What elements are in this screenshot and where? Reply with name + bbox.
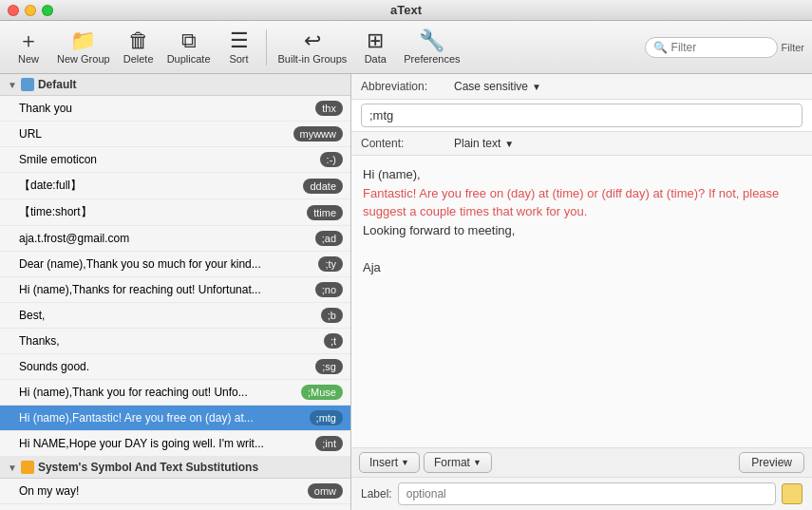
color-swatch[interactable] <box>782 483 803 504</box>
insert-label: Insert <box>369 456 398 469</box>
new-group-label: New Group <box>57 53 110 65</box>
list-item[interactable]: Sounds good. ;sg <box>0 354 350 380</box>
case-sensitive-selector[interactable]: Case sensitive ▼ <box>454 80 541 93</box>
chevron-down-icon: ▼ <box>504 139 514 149</box>
list-item[interactable]: Dear (name),Thank you so much for your k… <box>0 252 350 277</box>
plain-text-selector[interactable]: Plain text ▼ <box>454 137 514 150</box>
content-line4: Aja <box>363 258 801 277</box>
sort-label: Sort <box>229 53 248 65</box>
format-label: Format <box>434 456 470 469</box>
built-in-groups-label: Built-in Groups <box>278 53 348 65</box>
window-title: aText <box>390 3 422 17</box>
content-highlight: Fantastic! Are you free on (day) at (tim… <box>363 186 779 219</box>
detail-pane: Abbreviation: Case sensitive ▼ Content: … <box>351 74 812 510</box>
minimize-button[interactable] <box>25 5 36 16</box>
duplicate-label: Duplicate <box>167 53 211 65</box>
search-box: 🔍 <box>645 37 778 58</box>
content-line2: Fantastic! Are you free on (day) at (tim… <box>363 184 801 221</box>
insert-button[interactable]: Insert ▼ <box>359 452 420 473</box>
triangle-icon: ▼ <box>8 80 17 90</box>
trash-icon: 🗑 <box>128 30 149 51</box>
bottom-toolbar: Insert ▼ Format ▼ Preview <box>351 447 812 477</box>
list-item[interactable]: 【time:short】 ttime <box>0 199 350 226</box>
list-item[interactable]: Thank you thx <box>0 96 350 122</box>
list-item[interactable]: Hi NAME,Hope your DAY is going well. I'm… <box>0 431 350 457</box>
wrench-icon: 🔧 <box>419 30 444 51</box>
list-item[interactable]: Hi (name),Thank you for reaching out! Un… <box>0 380 350 406</box>
label-label: Label: <box>361 487 392 501</box>
content-label: Content: <box>361 137 446 150</box>
preview-label: Preview <box>751 456 792 469</box>
abbreviation-input[interactable] <box>361 104 803 127</box>
filter-input[interactable] <box>671 41 769 54</box>
preferences-label: Preferences <box>404 53 460 65</box>
data-button[interactable]: ⊞ Data <box>354 24 396 71</box>
group-name-system: System's Symbol And Text Substitutions <box>38 461 258 474</box>
new-group-button[interactable]: 📁 New Group <box>51 24 116 71</box>
list-item[interactable]: Smile emoticon :-) <box>0 147 350 173</box>
case-sensitive-value: Case sensitive <box>454 80 528 93</box>
toolbar: ＋ New 📁 New Group 🗑 Delete ⧉ Duplicate ☰… <box>0 21 812 74</box>
triangle-icon: ▼ <box>8 463 17 473</box>
window-controls <box>8 5 53 16</box>
preferences-button[interactable]: 🔧 Preferences <box>398 24 465 71</box>
group-color-icon-system <box>21 461 34 474</box>
preview-button[interactable]: Preview <box>739 452 804 473</box>
content-line1: Hi (name), <box>363 165 801 184</box>
filter-label: Filter <box>782 42 804 53</box>
data-label: Data <box>365 53 387 65</box>
list-item[interactable]: URL mywww <box>0 122 350 147</box>
built-in-groups-button[interactable]: ↩ Built-in Groups <box>273 24 353 71</box>
list-item[interactable]: Thanks, ;t <box>0 329 350 354</box>
new-label: New <box>18 53 39 65</box>
delete-label: Delete <box>123 53 154 65</box>
format-button[interactable]: Format ▼ <box>424 452 492 473</box>
content-header: Content: Plain text ▼ <box>351 132 812 156</box>
plus-icon: ＋ <box>18 30 39 51</box>
separator-1 <box>266 29 267 66</box>
content-text-area[interactable]: Hi (name), Fantastic! Are you free on (d… <box>351 156 812 447</box>
abbreviation-row: Abbreviation: Case sensitive ▼ <box>351 74 812 100</box>
toolbar-right: 🔍 Filter <box>645 37 804 58</box>
duplicate-icon: ⧉ <box>181 30 197 51</box>
abbreviation-input-row <box>351 100 812 132</box>
main-area: ▼ Default Thank you thx URL mywww Smile … <box>0 74 812 510</box>
abbreviation-label: Abbreviation: <box>361 80 446 93</box>
sort-button[interactable]: ☰ Sort <box>218 24 260 71</box>
list-item[interactable]: aja.t.frost@gmail.com ;ad <box>0 226 350 252</box>
new-button[interactable]: ＋ New <box>8 24 49 71</box>
list-item-selected[interactable]: Hi (name),Fantastic! Are you free on (da… <box>0 406 350 431</box>
list-item[interactable]: Hi (name),Thanks for reaching out! Unfor… <box>0 277 350 303</box>
group-header-default[interactable]: ▼ Default <box>0 74 350 96</box>
maximize-button[interactable] <box>42 5 53 16</box>
search-icon: 🔍 <box>653 41 668 54</box>
sidebar: ▼ Default Thank you thx URL mywww Smile … <box>0 74 351 510</box>
plain-text-value: Plain text <box>454 137 500 150</box>
chevron-down-icon: ▼ <box>401 458 409 467</box>
label-input[interactable] <box>398 482 776 505</box>
list-item[interactable]: 【date:full】 ddate <box>0 173 350 199</box>
group-color-icon <box>21 78 34 91</box>
close-button[interactable] <box>8 5 19 16</box>
data-icon: ⊞ <box>367 30 384 51</box>
folder-plus-icon: 📁 <box>70 30 96 51</box>
group-header-system[interactable]: ▼ System's Symbol And Text Substitutions <box>0 457 350 479</box>
title-bar: aText <box>0 0 812 21</box>
list-item[interactable]: On my way! omw <box>0 479 350 504</box>
list-item[interactable]: Best, ;b <box>0 303 350 329</box>
chevron-down-icon: ▼ <box>532 82 541 92</box>
chevron-down-icon: ▼ <box>473 458 482 467</box>
built-in-groups-icon: ↩ <box>304 30 321 51</box>
group-name-default: Default <box>38 78 77 91</box>
sort-icon: ☰ <box>230 30 249 51</box>
label-row: Label: <box>351 477 812 510</box>
content-line3: Looking forward to meeting, <box>363 221 801 240</box>
duplicate-button[interactable]: ⧉ Duplicate <box>161 24 217 71</box>
delete-button[interactable]: 🗑 Delete <box>118 24 160 71</box>
